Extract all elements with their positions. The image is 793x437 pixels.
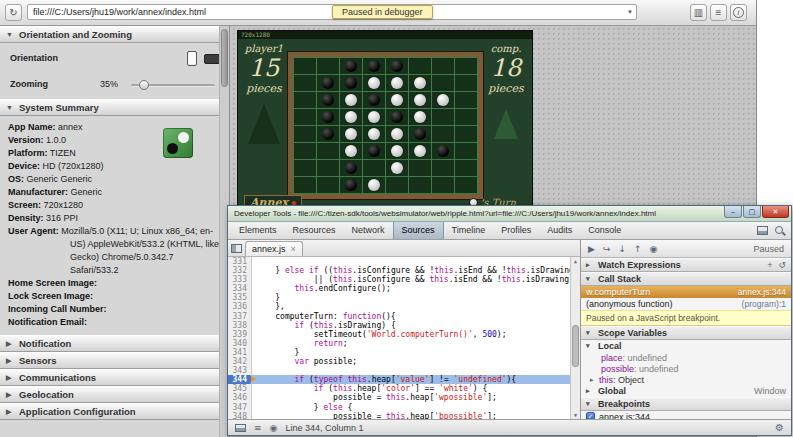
refresh-button[interactable]: ↻ [5, 4, 22, 21]
pause-exceptions-icon[interactable]: ◉ [270, 423, 278, 433]
menu-button[interactable]: ≡ [710, 4, 727, 21]
board-cell[interactable] [432, 177, 454, 193]
board-cell[interactable] [363, 143, 385, 159]
board-cell[interactable] [432, 160, 454, 176]
code-line[interactable]: 341 } [228, 348, 570, 357]
board-cell[interactable] [386, 177, 408, 193]
devtools-tab-profiles[interactable]: Profiles [493, 222, 539, 239]
devtools-tab-resources[interactable]: Resources [285, 222, 344, 239]
section-header-geolocation[interactable]: ▶Geolocation [0, 386, 229, 403]
code-line[interactable]: 338 if (this.isDrawing) { [228, 321, 570, 330]
board-cell[interactable] [340, 58, 362, 74]
board-cell[interactable] [294, 75, 316, 91]
section-header-orientation-and-zooming[interactable]: ▼ Orientation and Zooming [0, 26, 229, 43]
board-cell[interactable] [317, 143, 339, 159]
board-cell[interactable] [317, 109, 339, 125]
board-cell[interactable] [363, 177, 385, 193]
board-cell[interactable] [294, 160, 316, 176]
code-line[interactable]: 347 } else { [228, 403, 570, 412]
board-cell[interactable] [340, 109, 362, 125]
board-cell[interactable] [317, 126, 339, 142]
scrollbar-thumb[interactable] [572, 325, 579, 367]
board-cell[interactable] [386, 126, 408, 142]
board-cell[interactable] [432, 58, 454, 74]
devtools-tab-timeline[interactable]: Timeline [444, 222, 494, 239]
board-cell[interactable] [409, 160, 431, 176]
board-cell[interactable] [455, 58, 477, 74]
code-line[interactable]: 332 } else if ((this.isConfigure && !thi… [228, 266, 570, 275]
board-cell[interactable] [455, 160, 477, 176]
board-cell[interactable] [409, 143, 431, 159]
board-cell[interactable] [294, 58, 316, 74]
call-stack-frame[interactable]: w.computerTurnannex.js:344 [581, 286, 791, 298]
resume-icon[interactable]: ▶ [588, 244, 595, 254]
board-cell[interactable] [317, 58, 339, 74]
board-cell[interactable] [455, 143, 477, 159]
code-line[interactable]: 331 [228, 257, 570, 266]
board-cell[interactable] [363, 109, 385, 125]
board-cell[interactable] [317, 160, 339, 176]
board-cell[interactable] [455, 177, 477, 193]
board-cell[interactable] [386, 58, 408, 74]
board-cell[interactable] [386, 75, 408, 91]
board-cell[interactable] [409, 109, 431, 125]
board-cell[interactable] [455, 109, 477, 125]
devtools-tab-sources[interactable]: Sources [393, 222, 444, 239]
board-cell[interactable] [294, 177, 316, 193]
board-cell[interactable] [363, 160, 385, 176]
dock-side-icon[interactable] [235, 424, 246, 432]
section-header-application-configuration[interactable]: ▶Application Configuration [0, 403, 229, 420]
close-button[interactable]: ✕ [762, 206, 789, 218]
board-cell[interactable] [294, 92, 316, 108]
board-cell[interactable] [340, 92, 362, 108]
code-line[interactable]: 348 possible = this.heap['bpossible']; [228, 412, 570, 419]
board-cell[interactable] [432, 109, 454, 125]
board-cell[interactable] [432, 75, 454, 91]
board-cell[interactable] [340, 75, 362, 91]
step-into-icon[interactable]: ↓ [618, 244, 626, 254]
board-cell[interactable] [340, 160, 362, 176]
code-line[interactable]: 344 if (typeof this.heap['value'] != 'un… [228, 375, 570, 384]
info-button[interactable]: i [730, 4, 747, 21]
board-cell[interactable] [363, 75, 385, 91]
console-drawer-icon[interactable]: ≡ [254, 423, 262, 433]
code-scrollbar[interactable]: ▲ ▼ [570, 257, 580, 419]
board-cell[interactable] [432, 92, 454, 108]
breakpoint-gutter-badge[interactable]: 344 [228, 375, 252, 384]
scope-variable[interactable]: ▸this: Object [581, 374, 791, 385]
code-line[interactable]: 346 possible = this.heap['wpossible']; [228, 393, 570, 402]
board-cell[interactable] [317, 177, 339, 193]
scroll-down-icon[interactable]: ▼ [571, 412, 580, 418]
game-board[interactable] [293, 57, 478, 194]
breakpoints-header[interactable]: ▾ Breakpoints [581, 397, 791, 411]
devtools-titlebar[interactable]: Developer Tools - file:///C:/tizen-sdk/t… [228, 206, 791, 222]
breakpoint-entry[interactable]: ✓annex.js:344 [581, 411, 791, 419]
file-tab-annexjs[interactable]: annex.js × [245, 241, 303, 256]
board-cell[interactable] [340, 177, 362, 193]
step-out-icon[interactable]: ↑ [634, 244, 642, 254]
scope-variable[interactable]: place: undefined [581, 352, 791, 363]
board-cell[interactable] [409, 126, 431, 142]
board-cell[interactable] [409, 92, 431, 108]
code-line[interactable]: 345 if (this.heap['color'] == 'white') { [228, 384, 570, 393]
section-header-sensors[interactable]: ▶Sensors [0, 352, 229, 369]
step-over-icon[interactable]: ↪ [603, 244, 611, 254]
code-line[interactable]: 335 } [228, 293, 570, 302]
board-cell[interactable] [409, 75, 431, 91]
code-editor[interactable]: 331332 } else if ((this.isConfigure && !… [228, 257, 580, 419]
add-watch-icon[interactable]: + [767, 260, 772, 270]
scope-group-global[interactable]: ▸GlobalWindow [581, 385, 791, 397]
search-icon[interactable] [774, 225, 786, 237]
board-cell[interactable] [363, 126, 385, 142]
board-cell[interactable] [363, 58, 385, 74]
code-line[interactable]: 339 setTimeout('World.computerTurn()', 5… [228, 330, 570, 339]
zoom-slider[interactable] [131, 84, 215, 87]
board-cell[interactable] [455, 75, 477, 91]
minimize-button[interactable]: – [724, 206, 742, 218]
devtools-tab-elements[interactable]: Elements [231, 222, 285, 239]
refresh-watch-icon[interactable]: ↺ [778, 260, 786, 270]
board-cell[interactable] [432, 143, 454, 159]
panels-button[interactable]: ▥ [690, 4, 707, 21]
board-cell[interactable] [294, 126, 316, 142]
board-cell[interactable] [386, 92, 408, 108]
